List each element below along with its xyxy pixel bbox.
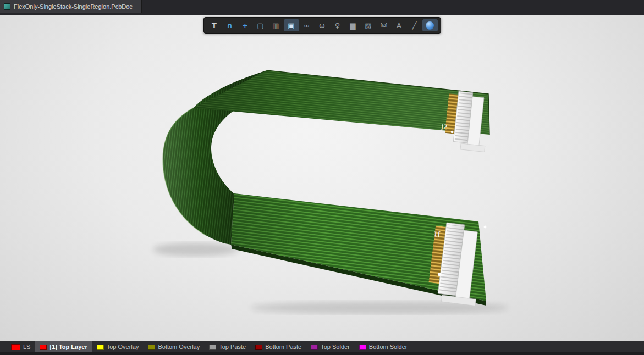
component-icon[interactable]: ▣ bbox=[284, 19, 299, 31]
layer-tab-bottom-solder[interactable]: Bottom Solder bbox=[355, 341, 412, 352]
layer-tab-bottom-overlay[interactable]: Bottom Overlay bbox=[144, 341, 204, 352]
document-tab[interactable]: FlexOnly-SingleStack-SingleRegion.PcbDoc bbox=[0, 0, 142, 13]
document-tab-bar: FlexOnly-SingleStack-SingleRegion.PcbDoc bbox=[0, 0, 644, 15]
measure-graph-icon[interactable]: ▨ bbox=[361, 19, 376, 31]
silkscreen-dot bbox=[484, 226, 487, 229]
active-bar-toolbar: T ∩ + ▢ ▥ ▣ ∞ ω ♀ ▆ ▨ [ω] A ╱ bbox=[203, 17, 441, 34]
layer-tab-bar: LS [1] Top Layer Top Overlay Bottom Over… bbox=[0, 341, 644, 352]
selection-region-icon[interactable]: ▢ bbox=[253, 19, 268, 31]
pad-stack-icon[interactable]: ▆ bbox=[345, 19, 361, 31]
layer-tab-top-solder[interactable]: Top Solder bbox=[306, 341, 354, 352]
layer-color-swatch bbox=[255, 345, 262, 350]
layer-tab-top-layer[interactable]: [1] Top Layer bbox=[35, 341, 91, 352]
magnet-snap-icon[interactable]: ∩ bbox=[222, 19, 238, 31]
waveform-bracket-icon[interactable]: [ω] bbox=[376, 19, 392, 31]
layer-tab-label: Top Solder bbox=[321, 343, 350, 350]
3d-sphere-icon[interactable] bbox=[422, 19, 438, 31]
net-route-icon[interactable]: ∞ bbox=[299, 19, 315, 31]
crosshair-icon[interactable]: + bbox=[238, 19, 253, 31]
layer-color-swatch bbox=[148, 345, 155, 350]
layer-tab-bottom-paste[interactable]: Bottom Paste bbox=[251, 341, 306, 352]
layer-tab-label: Bottom Paste bbox=[265, 343, 301, 350]
status-strip bbox=[0, 352, 644, 355]
layer-color-swatch bbox=[209, 345, 216, 350]
layer-color-swatch bbox=[11, 344, 20, 350]
document-tab-title: FlexOnly-SingleStack-SingleRegion.PcbDoc bbox=[14, 3, 133, 10]
layer-set-selector[interactable]: LS bbox=[7, 341, 35, 352]
layer-tab-label: Bottom Overlay bbox=[158, 343, 200, 350]
signal-wave-icon[interactable]: ω bbox=[315, 19, 330, 31]
layer-color-swatch bbox=[311, 345, 318, 350]
layer-tab-top-overlay[interactable]: Top Overlay bbox=[92, 341, 144, 352]
layer-tab-top-paste[interactable]: Top Paste bbox=[205, 341, 250, 352]
pin-icon[interactable]: ♀ bbox=[330, 19, 345, 31]
silkscreen-dot bbox=[438, 273, 441, 276]
histogram-icon[interactable]: ▥ bbox=[268, 19, 284, 31]
designator-j1: J1 bbox=[433, 230, 441, 238]
line-icon[interactable]: ╱ bbox=[407, 19, 422, 31]
layer-tab-label: Top Paste bbox=[219, 343, 246, 350]
filter-icon[interactable]: T bbox=[207, 19, 222, 31]
designator-j2: J2 bbox=[441, 123, 448, 131]
text-icon[interactable]: A bbox=[392, 19, 407, 31]
pcbdoc-icon bbox=[4, 3, 10, 10]
layer-tab-label: Top Overlay bbox=[107, 343, 139, 350]
layer-tab-label: LS bbox=[23, 343, 30, 350]
fold-shadow bbox=[153, 243, 239, 256]
pcb-3d-scene[interactable]: J2 J1 bbox=[0, 15, 644, 341]
layer-tab-label: [1] Top Layer bbox=[49, 343, 87, 350]
pcb-3d-viewport[interactable]: J2 J1 T ∩ + ▢ ▥ ▣ ∞ ω ♀ ▆ ▨ [ω] A ╱ bbox=[0, 15, 644, 341]
layer-color-swatch bbox=[97, 345, 104, 350]
layer-color-swatch bbox=[359, 345, 366, 350]
layer-color-swatch bbox=[40, 345, 47, 350]
layer-tab-label: Bottom Solder bbox=[369, 343, 408, 350]
silkscreen-dot bbox=[451, 131, 454, 134]
